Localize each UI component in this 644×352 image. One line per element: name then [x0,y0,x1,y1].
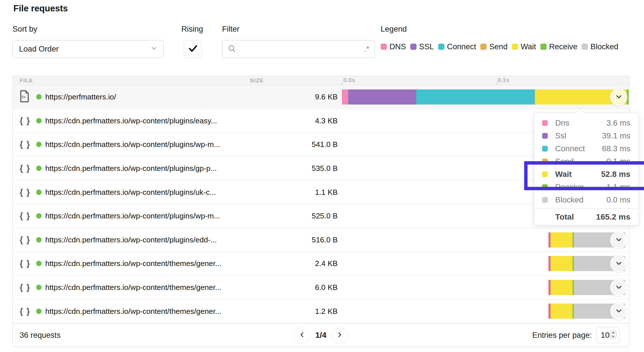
status-ok-dot [36,142,42,147]
next-page-button[interactable] [331,327,348,343]
legend-color-swatch [438,44,444,50]
legend-color-swatch [480,44,487,50]
table-row: /> https://perfmatters.io/ 9.6 KB [13,85,629,109]
legend-item: SSL [410,42,434,51]
expand-row-button[interactable] [610,279,627,296]
metric-value: 39.1 ms [602,131,630,140]
file-size: 4.3 KB [283,116,338,125]
legend-color-swatch [512,44,518,50]
pagination: 1/4 [294,327,348,343]
legend-item: Wait [512,42,536,51]
legend-item-label: Blocked [590,42,618,51]
file-url: https://cdn.perfmatters.io/wp-content/pl… [45,164,217,173]
metric-value: 0.0 ms [606,195,630,204]
sort-by-label: Sort by [13,24,37,34]
previous-page-button[interactable] [294,327,310,343]
status-ok-dot [36,261,42,266]
expand-row-button[interactable] [610,231,627,249]
waterfall-cell [342,228,629,252]
file-size: 541.0 B [283,140,338,149]
segment-connect [416,89,535,105]
sort-by-select[interactable]: Load Order [13,40,164,58]
html-file-icon: /> [20,90,30,104]
filter-search-field[interactable]: .* [222,40,375,58]
chevron-down-icon [615,259,623,268]
legend-color-swatch [540,44,547,50]
spinner-icon[interactable] [610,330,617,341]
column-header-file: FILE [20,77,33,84]
timing-tooltip: Dns 3.6 ms Ssl 39.1 ms Connect 68.3 ms S… [534,113,639,225]
metric-label: Send [555,157,574,166]
script-file-icon: { } [20,140,30,149]
metric-label: Connect [555,144,585,153]
file-url: https://cdn.perfmatters.io/wp-content/th… [45,307,221,316]
legend-item: Blocked [582,42,618,51]
expand-row-button[interactable] [610,88,627,106]
regex-hint: .* [364,45,369,54]
legend-item: Send [480,42,507,51]
metric-value: 3.6 ms [606,118,630,128]
chevron-down-icon [615,93,623,101]
rising-checkbox[interactable] [184,40,202,58]
tooltip-total-label: Total [555,212,574,222]
chevron-down-icon [150,44,158,54]
tooltip-total-value: 165.2 ms [596,212,630,222]
file-url: https://cdn.perfmatters.io/wp-content/pl… [45,212,220,220]
timeline-tickmark [342,83,342,85]
file-url: https://cdn.perfmatters.io/wp-content/pl… [45,140,220,149]
expand-row-button[interactable] [610,255,627,273]
entries-per-page-stepper[interactable]: 10 [596,327,619,343]
file-size: 1.1 KB [283,188,338,197]
script-file-icon: { } [20,211,30,221]
metric-color-swatch [542,120,548,126]
table-header: FILE SIZE 0.0s 0.1s [13,76,629,85]
status-ok-dot [36,166,42,171]
tooltip-metric-row: Dns 3.6 ms [534,116,638,129]
tooltip-total-row: Total 165.2 ms [534,208,638,225]
legend-item-label: SSL [419,42,434,51]
svg-text:/>: /> [22,95,26,99]
file-url: https://cdn.perfmatters.io/wp-content/pl… [45,116,217,125]
metric-label: Blocked [555,195,584,204]
status-ok-dot [36,308,42,314]
script-file-icon: { } [20,283,30,292]
metric-label: Wait [555,170,572,179]
table-row: { } https://cdn.perfmatters.io/wp-conten… [13,228,629,252]
checkmark-icon [188,43,198,55]
script-file-icon: { } [20,306,30,316]
metric-label: Receive [555,183,584,192]
tooltip-metric-row: Send 0.1 ms [534,155,638,168]
waterfall-cell [342,299,629,323]
file-size: 516.0 B [283,235,338,244]
legend: DNS SSL Connect Send Wait Receive Blocke… [381,42,618,51]
legend-item-label: Wait [521,42,536,51]
tooltip-metric-row: Receive 1.1 ms [534,181,638,193]
search-icon [227,44,236,54]
timeline-tickmark [497,83,498,85]
metric-value: 1.1 ms [606,183,630,192]
file-url: https://cdn.perfmatters.io/wp-content/pl… [45,235,217,244]
legend-item-label: Send [489,42,507,51]
segment-wait [551,280,573,295]
request-count: 36 requests [20,331,61,340]
metric-color-swatch [542,197,548,203]
legend-item: Receive [540,42,577,51]
chevron-down-icon [615,307,623,316]
file-size: 525.0 B [283,212,338,220]
legend-item-label: Receive [549,42,577,51]
file-url: https://cdn.perfmatters.io/wp-content/th… [45,259,221,268]
table-footer: 36 requests 1/4 Entries per page: 10 [13,323,629,347]
legend-item: DNS [381,42,406,51]
metric-label: Dns [555,118,569,128]
legend-color-swatch [582,44,588,50]
waterfall-cell [342,252,629,275]
tooltip-metric-row: Blocked 0.0 ms [534,193,638,206]
file-size: 9.6 KB [283,93,338,101]
tooltip-metric-row: Ssl 39.1 ms [534,129,638,142]
expand-row-button[interactable] [610,302,627,320]
tooltip-metric-row: Wait 52.8 ms [534,168,638,181]
file-url: https://cdn.perfmatters.io/wp-content/th… [45,283,221,292]
filter-input[interactable] [240,45,364,54]
segment-wait [551,256,573,271]
timeline-tick-1: 0.1s [498,77,509,83]
